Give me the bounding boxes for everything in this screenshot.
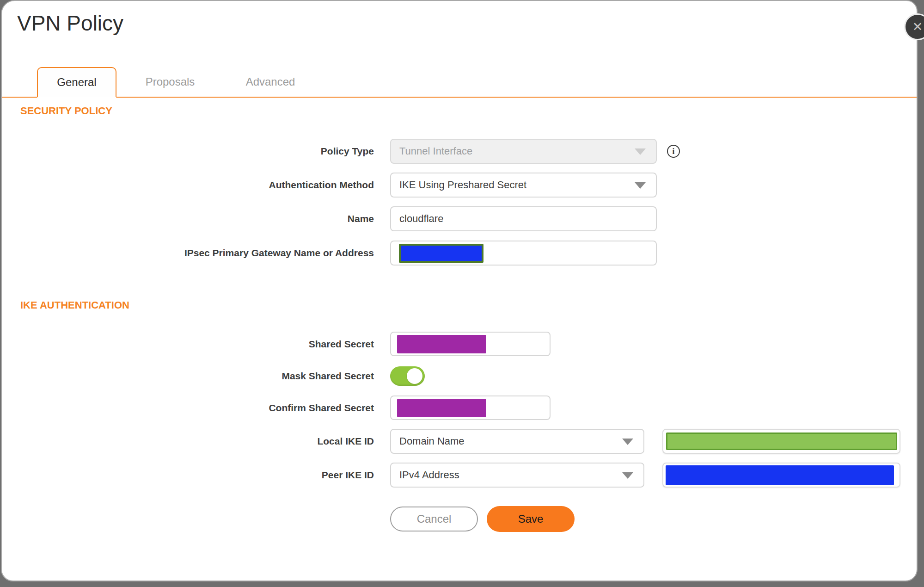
- shared-secret-row: Shared Secret: [2, 332, 917, 356]
- auth-method-label: Authentication Method: [2, 179, 374, 191]
- close-icon: ✕: [912, 21, 923, 33]
- vpn-policy-dialog: VPN Policy General Proposals Advanced SE…: [1, 0, 918, 581]
- confirm-shared-secret-label: Confirm Shared Secret: [2, 402, 374, 414]
- gateway-redacted-value: [399, 244, 483, 263]
- peer-ike-id-value-input[interactable]: [662, 463, 900, 488]
- auth-method-select[interactable]: IKE Using Preshared Secret: [390, 173, 657, 198]
- local-ike-id-select[interactable]: Domain Name: [390, 429, 644, 454]
- tab-general[interactable]: General: [37, 67, 116, 98]
- screen: { "dialog": { "title": "VPN Policy" }, "…: [0, 0, 924, 587]
- confirm-shared-secret-redacted-value: [397, 399, 486, 417]
- mask-shared-secret-toggle[interactable]: [390, 366, 425, 386]
- gateway-row: IPsec Primary Gateway Name or Address: [2, 241, 917, 266]
- local-ike-id-type: Domain Name: [391, 435, 465, 447]
- peer-ike-id-label: Peer IKE ID: [2, 470, 374, 481]
- policy-type-row: Policy Type Tunnel Interface i: [2, 139, 917, 164]
- shared-secret-label: Shared Secret: [2, 339, 374, 350]
- policy-type-select: Tunnel Interface: [390, 139, 657, 164]
- toggle-knob: [407, 368, 422, 384]
- peer-ike-id-type: IPv4 Address: [391, 469, 459, 481]
- gateway-input[interactable]: [390, 241, 657, 266]
- local-ike-id-value-input[interactable]: [662, 429, 900, 454]
- confirm-shared-secret-input[interactable]: [390, 395, 551, 420]
- auth-method-value: IKE Using Preshared Secret: [391, 179, 526, 191]
- peer-ike-id-row: Peer IKE ID IPv4 Address: [2, 463, 917, 488]
- dialog-title: VPN Policy: [17, 10, 917, 36]
- shared-secret-redacted-value: [397, 335, 486, 353]
- save-button[interactable]: Save: [487, 506, 575, 532]
- section-header-ike-authentication: IKE AUTHENTICATION: [20, 300, 917, 311]
- chevron-down-icon: [622, 439, 633, 445]
- local-ike-id-redacted-value: [666, 433, 897, 450]
- dialog-actions: Cancel Save: [2, 506, 917, 532]
- mask-shared-secret-label: Mask Shared Secret: [2, 371, 374, 382]
- gateway-label: IPsec Primary Gateway Name or Address: [2, 247, 374, 259]
- policy-type-label: Policy Type: [2, 146, 374, 157]
- local-ike-id-row: Local IKE ID Domain Name: [2, 429, 917, 454]
- cancel-button[interactable]: Cancel: [390, 507, 478, 531]
- name-row: Name: [2, 206, 917, 231]
- name-input[interactable]: [390, 206, 657, 231]
- chevron-down-icon: [635, 182, 646, 189]
- peer-ike-id-redacted-value: [666, 465, 894, 485]
- chevron-down-icon: [635, 148, 646, 155]
- tab-bar: General Proposals Advanced: [2, 67, 917, 98]
- confirm-shared-secret-row: Confirm Shared Secret: [2, 395, 917, 420]
- shared-secret-input[interactable]: [390, 332, 551, 356]
- chevron-down-icon: [622, 472, 633, 479]
- auth-method-row: Authentication Method IKE Using Preshare…: [2, 173, 917, 198]
- policy-type-value: Tunnel Interface: [391, 145, 472, 157]
- tab-proposals[interactable]: Proposals: [130, 67, 210, 97]
- tab-advanced[interactable]: Advanced: [231, 67, 310, 97]
- name-label: Name: [2, 213, 374, 224]
- section-header-security-policy: SECURITY POLICY: [20, 105, 917, 117]
- mask-shared-secret-row: Mask Shared Secret: [2, 366, 917, 386]
- info-icon[interactable]: i: [667, 145, 680, 158]
- local-ike-id-label: Local IKE ID: [2, 436, 374, 447]
- peer-ike-id-select[interactable]: IPv4 Address: [390, 463, 644, 488]
